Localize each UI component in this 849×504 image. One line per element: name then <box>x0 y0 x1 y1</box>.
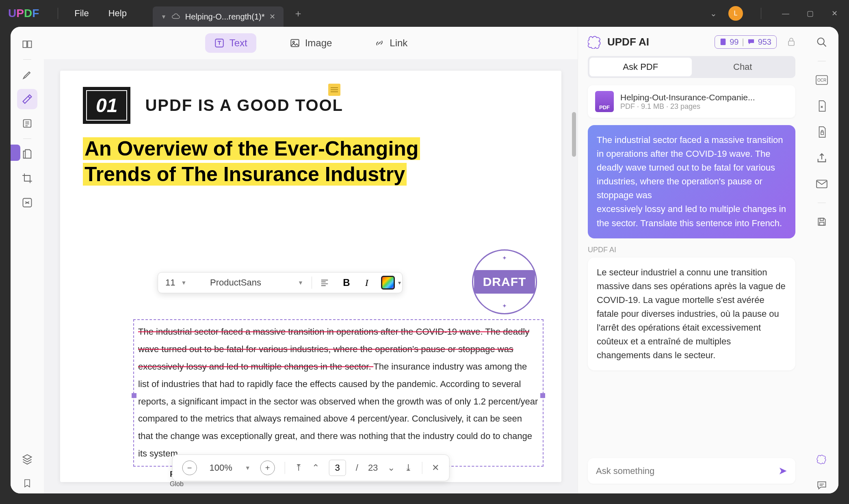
separator <box>285 462 285 474</box>
save-icon[interactable] <box>814 214 830 230</box>
window-maximize-icon[interactable]: ▢ <box>804 9 817 18</box>
caret-down-icon[interactable]: ▼ <box>245 465 251 471</box>
search-icon[interactable] <box>814 34 830 50</box>
ai-logo-icon <box>588 35 602 49</box>
ocr-icon[interactable]: OCR <box>814 72 830 88</box>
ai-file-meta: PDF · 9.1 MB · 23 pages <box>620 102 755 111</box>
font-size-select[interactable]: 11 ▼ <box>165 277 202 288</box>
last-page-icon[interactable]: ⤓ <box>405 461 412 475</box>
share-icon[interactable] <box>814 150 830 166</box>
document-tab[interactable]: ▼ Helping-O...rength(1)* ✕ <box>153 6 284 27</box>
bold-button[interactable]: B <box>340 277 353 288</box>
draft-stamp[interactable]: DRAFT <box>472 249 537 314</box>
first-page-icon[interactable]: ⤒ <box>295 461 302 475</box>
comment-icon[interactable] <box>814 477 830 493</box>
menu-help[interactable]: Help <box>99 5 136 22</box>
headline-line-1: An Overview of the Ever-Changing <box>83 137 420 160</box>
svg-rect-12 <box>820 218 824 220</box>
tool-link[interactable]: Link <box>365 33 416 53</box>
separator <box>312 277 312 289</box>
tool-link-label: Link <box>390 37 407 49</box>
ai-credits-badge[interactable]: 99 | 953 <box>715 35 777 49</box>
new-tab-button[interactable]: ＋ <box>293 7 303 20</box>
protect-icon[interactable] <box>814 124 830 140</box>
divider <box>58 8 58 19</box>
reader-mode-icon[interactable] <box>17 34 37 54</box>
next-page-icon[interactable]: ⌄ <box>388 461 395 475</box>
caret-down-icon: ▼ <box>298 279 303 286</box>
user-avatar[interactable]: L <box>728 6 743 21</box>
tool-text[interactable]: Text <box>205 33 256 53</box>
bookmark-icon[interactable] <box>17 473 37 493</box>
email-icon[interactable] <box>814 176 830 192</box>
tool-image-label: Image <box>305 37 332 49</box>
ai-file-name: Helping-Out-Insurance-Companie... <box>620 93 755 102</box>
ai-badge-a: 99 <box>730 37 739 47</box>
zoom-in-button[interactable]: + <box>260 461 275 475</box>
doc-icon <box>720 38 726 45</box>
divider <box>761 8 761 19</box>
lock-icon[interactable] <box>787 37 795 46</box>
document-viewport[interactable]: 01 UPDF IS A GOOD TOOL An Overview of th… <box>44 59 578 493</box>
layers-icon[interactable] <box>17 449 37 469</box>
headline-line-2: Trends of The Insurance Industry <box>83 163 407 186</box>
window-minimize-icon[interactable]: — <box>779 9 792 18</box>
svg-point-7 <box>818 38 824 45</box>
text-color-picker[interactable] <box>381 276 395 290</box>
form-icon[interactable] <box>17 113 37 134</box>
text-format-toolbar: 11 ▼ ProductSans ▼ B I <box>158 272 403 293</box>
draft-stamp-label: DRAFT <box>474 270 535 294</box>
scrollbar-thumb[interactable] <box>572 112 576 157</box>
chevron-down-icon[interactable]: ⌄ <box>710 9 717 18</box>
menu-file[interactable]: File <box>65 5 98 22</box>
page-number-input[interactable]: 3 <box>329 460 346 476</box>
section-number-box: 01 <box>83 87 130 124</box>
separator <box>23 138 31 139</box>
zoom-out-button[interactable]: − <box>182 461 197 475</box>
close-pager-icon[interactable]: ✕ <box>432 461 439 475</box>
svg-rect-13 <box>820 222 824 225</box>
send-icon[interactable]: ➤ <box>778 465 787 477</box>
left-toolbar <box>11 27 44 493</box>
ai-panel-title: UPDF AI <box>607 36 709 48</box>
ai-response-message: Le secteur industriel a connu une transi… <box>588 257 795 371</box>
highlighter-icon[interactable] <box>17 65 37 85</box>
resize-handle-right[interactable] <box>540 393 545 398</box>
crop-icon[interactable] <box>17 168 37 188</box>
ai-tab-chat[interactable]: Chat <box>692 58 794 76</box>
convert-icon[interactable] <box>814 98 830 114</box>
redact-icon[interactable] <box>17 193 37 213</box>
tab-title: Helping-O...rength(1)* <box>185 12 265 22</box>
ai-flower-icon[interactable] <box>814 451 830 467</box>
tool-image[interactable]: Image <box>281 33 341 53</box>
align-left-icon[interactable] <box>320 278 332 287</box>
page-total: 23 <box>368 463 378 473</box>
section-number: 01 <box>96 94 117 117</box>
prev-page-icon[interactable]: ⌃ <box>312 461 319 475</box>
sticky-note-icon[interactable] <box>328 84 340 96</box>
title-bar: UPDF File Help ▼ Helping-O...rength(1)* … <box>0 0 849 27</box>
font-family-select[interactable]: ProductSans ▼ <box>210 277 303 288</box>
separator <box>23 59 31 60</box>
page-headline[interactable]: An Overview of the Ever-Changing Trends … <box>83 137 420 186</box>
ai-side-panel: UPDF AI 99 | 953 Ask PDF Chat <box>578 27 805 493</box>
separator <box>818 203 826 203</box>
resize-handle-left[interactable] <box>132 393 136 398</box>
pdf-file-icon: PDF <box>595 91 614 112</box>
tab-close-icon[interactable]: ✕ <box>269 12 275 21</box>
side-expand-handle[interactable] <box>11 145 20 161</box>
body-rest: The insurance industry was among the lis… <box>138 361 538 459</box>
chat-icon <box>747 39 755 45</box>
zoom-level[interactable]: 100% <box>207 463 235 473</box>
edit-text-icon[interactable] <box>17 89 37 109</box>
editable-text-box[interactable]: The industrial sector faced a massive tr… <box>133 319 544 467</box>
ai-tab-ask-pdf[interactable]: Ask PDF <box>589 58 692 76</box>
ai-attached-file[interactable]: PDF Helping-Out-Insurance-Companie... PD… <box>588 85 795 118</box>
caret-down-icon: ▼ <box>181 279 186 286</box>
ai-text-input[interactable] <box>596 466 778 476</box>
tab-dropdown-icon[interactable]: ▼ <box>161 13 167 20</box>
italic-button[interactable]: I <box>361 277 373 288</box>
window-close-icon[interactable]: ✕ <box>828 9 841 18</box>
app-logo: UPDF <box>8 7 39 20</box>
ai-input-bar[interactable]: ➤ <box>588 458 795 484</box>
